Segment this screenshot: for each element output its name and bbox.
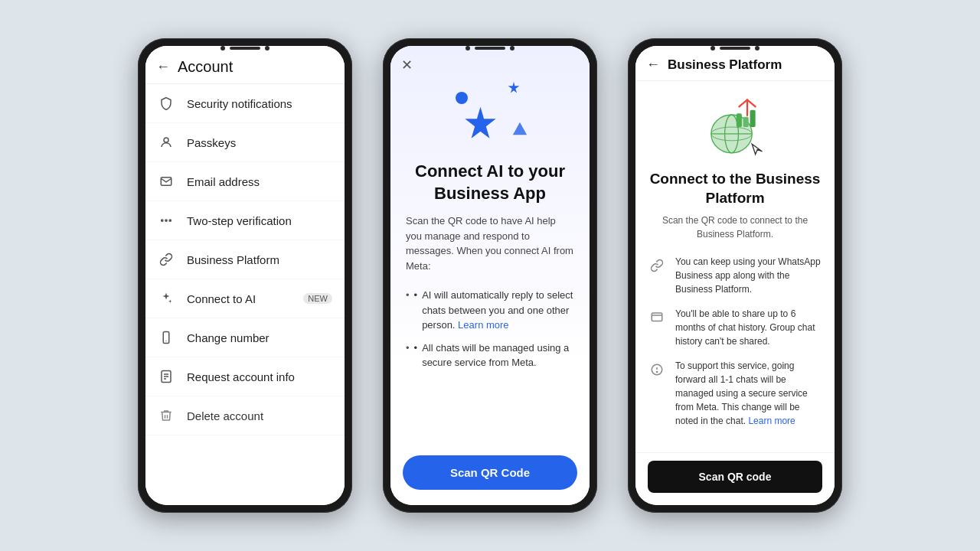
bp-link-icon xyxy=(648,256,666,275)
bp-hero-illustration xyxy=(701,96,769,158)
phone-icon xyxy=(158,329,175,346)
new-badge: NEW xyxy=(303,293,332,304)
security-label: Security notifications xyxy=(187,97,332,110)
ai-bullet-1: • AI will automatically reply to select … xyxy=(406,284,574,337)
svg-point-0 xyxy=(164,138,168,142)
ai-features-list: • AI will automatically reply to select … xyxy=(406,284,574,374)
svg-point-25 xyxy=(656,372,657,373)
svg-rect-21 xyxy=(652,313,662,321)
triangle-icon xyxy=(511,121,528,138)
bp-feature-2-text: You'll be able to share up to 6 months o… xyxy=(675,307,822,348)
business-label: Business Platform xyxy=(187,253,332,266)
ai-hero-illustration xyxy=(452,77,528,145)
camera-dot-4 xyxy=(510,46,514,51)
bp-header: ← Business Platform xyxy=(635,46,835,81)
bp-feature-3-text: To support this service, going forward a… xyxy=(675,359,822,428)
bp-learn-more-link[interactable]: Learn more xyxy=(748,416,795,426)
bp-feature-3: To support this service, going forward a… xyxy=(648,359,822,428)
svg-marker-11 xyxy=(513,122,527,135)
phone-3: ← Business Platform xyxy=(628,38,842,513)
phone-2: ✕ Conne xyxy=(383,38,597,513)
passkeys-label: Passkeys xyxy=(187,136,332,149)
twostep-icon xyxy=(158,212,175,229)
sparkle-icon xyxy=(158,290,175,307)
menu-item-twostep[interactable]: Two-step verification xyxy=(145,201,345,240)
camera-dot-2 xyxy=(265,46,270,51)
email-label: Email address xyxy=(187,175,332,188)
star-main-icon xyxy=(459,103,501,145)
bp-footer: Scan QR code xyxy=(635,452,835,505)
ai-modal-subtitle: Scan the QR code to have AI help you man… xyxy=(406,214,574,273)
menu-item-connect-ai[interactable]: Connect to AI NEW xyxy=(145,279,345,318)
passkeys-icon xyxy=(158,134,175,151)
speaker-3 xyxy=(720,47,750,50)
bp-scan-qr-button[interactable]: Scan QR code xyxy=(648,461,822,493)
scan-qr-button[interactable]: Scan QR Code xyxy=(403,455,577,490)
bp-feature-2: You'll be able to share up to 6 months o… xyxy=(648,307,822,348)
ai-bullet-2-text: All chats will be managed using a secure… xyxy=(422,341,574,370)
camera-dot-5 xyxy=(710,46,715,51)
speaker-2 xyxy=(475,47,505,50)
change-number-label: Change number xyxy=(187,331,332,344)
ai-bullet-1-text: AI will automatically reply to select ch… xyxy=(422,288,574,333)
menu-item-passkeys[interactable]: Passkeys xyxy=(145,123,345,162)
bp-feature-1: You can keep using your WhatsApp Busines… xyxy=(648,255,822,296)
svg-rect-16 xyxy=(737,113,742,127)
delete-label: Delete account xyxy=(187,409,332,422)
ai-modal-footer: Scan QR Code xyxy=(390,446,590,505)
learn-more-link-1[interactable]: Learn more xyxy=(458,319,508,331)
bp-info-icon xyxy=(648,360,666,379)
ai-modal-title: Connect AI to your Business App xyxy=(406,161,574,204)
svg-point-2 xyxy=(162,220,163,221)
phone-1: ← Account Security notifications Passkey… xyxy=(138,38,352,513)
speaker xyxy=(230,47,260,50)
menu-item-business[interactable]: Business Platform xyxy=(145,240,345,279)
bp-chat-icon xyxy=(648,308,666,327)
trash-icon xyxy=(158,407,175,424)
email-icon xyxy=(158,173,175,190)
account-title: Account xyxy=(178,58,233,76)
svg-marker-20 xyxy=(752,144,762,154)
menu-item-delete[interactable]: Delete account xyxy=(145,396,345,435)
svg-point-4 xyxy=(169,220,171,221)
svg-rect-17 xyxy=(743,117,749,127)
bp-content: Connect to the Business Platform Scan th… xyxy=(635,81,835,452)
shield-icon xyxy=(158,95,175,112)
bp-main-title: Connect to the Business Platform xyxy=(648,170,822,207)
svg-rect-18 xyxy=(750,110,756,127)
camera-dot xyxy=(220,46,225,51)
camera-dot-6 xyxy=(755,46,760,51)
twostep-label: Two-step verification xyxy=(187,214,332,227)
document-icon xyxy=(158,368,175,385)
svg-point-3 xyxy=(165,220,167,221)
menu-item-request-info[interactable]: Request account info xyxy=(145,357,345,396)
close-button[interactable]: ✕ xyxy=(401,57,413,73)
account-menu: Security notifications Passkeys Email ad… xyxy=(145,84,345,435)
ai-bullet-2: • All chats will be managed using a secu… xyxy=(406,337,574,374)
star-small-icon xyxy=(505,80,522,97)
request-info-label: Request account info xyxy=(187,370,332,383)
bp-header-title: Business Platform xyxy=(668,57,782,73)
svg-rect-5 xyxy=(163,332,169,344)
camera-dot-3 xyxy=(466,46,470,51)
account-header: ← Account xyxy=(145,46,345,84)
menu-item-email[interactable]: Email address xyxy=(145,162,345,201)
menu-item-security[interactable]: Security notifications xyxy=(145,84,345,123)
bp-subtitle: Scan the QR code to connect to the Busin… xyxy=(648,214,822,241)
link-icon xyxy=(158,251,175,268)
bp-back-button[interactable]: ← xyxy=(646,57,660,73)
blue-dot-icon xyxy=(456,92,468,104)
back-button[interactable]: ← xyxy=(156,59,170,75)
ai-modal-content: Connect AI to your Business App Scan the… xyxy=(390,46,590,446)
bp-feature-1-text: You can keep using your WhatsApp Busines… xyxy=(675,255,822,296)
menu-item-change-number[interactable]: Change number xyxy=(145,318,345,357)
connect-ai-label: Connect to AI xyxy=(187,292,291,305)
